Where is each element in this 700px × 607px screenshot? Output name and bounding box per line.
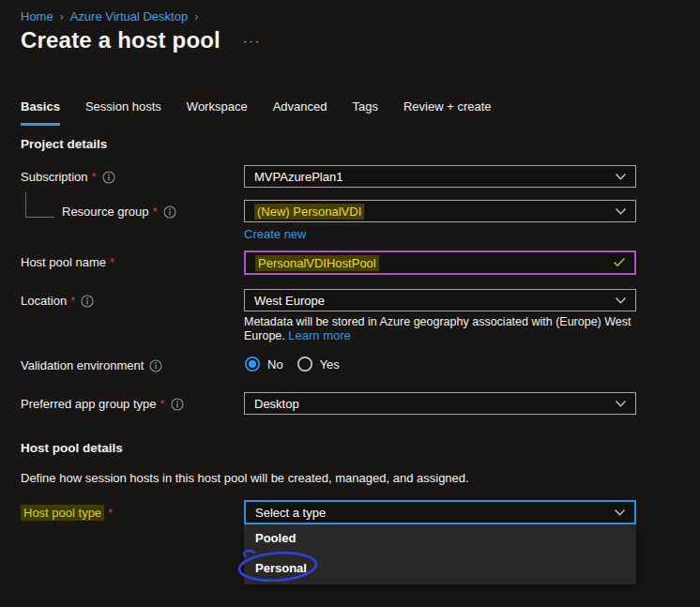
tab-tags[interactable]: Tags bbox=[352, 99, 377, 126]
option-personal-label: Personal bbox=[255, 561, 307, 575]
location-dropdown[interactable]: West Europe bbox=[244, 289, 636, 311]
host-pool-name-value: PersonalVDIHostPool bbox=[255, 255, 379, 271]
required-marker: * bbox=[92, 170, 97, 184]
location-label: Location* bbox=[21, 289, 244, 308]
location-label-text: Location bbox=[21, 294, 67, 308]
info-icon[interactable] bbox=[171, 398, 184, 411]
required-marker: * bbox=[153, 205, 158, 219]
breadcrumb-separator: › bbox=[194, 10, 198, 23]
preferred-app-group-type-dropdown[interactable]: Desktop bbox=[244, 392, 636, 415]
radio-yes[interactable]: Yes bbox=[297, 356, 340, 372]
radio-no-label: No bbox=[267, 357, 283, 372]
connector-line-horizontal bbox=[25, 217, 54, 218]
breadcrumb-home[interactable]: Home bbox=[21, 9, 53, 23]
host-pool-type-label-text: Host pool type bbox=[21, 505, 104, 521]
location-help-text: Metadata will be stored in Azure geograp… bbox=[244, 315, 638, 342]
subscription-label-text: Subscription bbox=[21, 170, 88, 184]
subscription-label: Subscription* bbox=[21, 165, 244, 184]
host-pool-type-placeholder: Select a type bbox=[255, 506, 326, 520]
breadcrumb: Home › Azure Virtual Desktop › bbox=[0, 0, 700, 23]
tab-advanced[interactable]: Advanced bbox=[273, 99, 327, 126]
tab-review-create[interactable]: Review + create bbox=[403, 99, 492, 126]
resource-group-dropdown[interactable]: (New) PersonalVDI bbox=[244, 200, 636, 222]
info-icon[interactable] bbox=[81, 295, 94, 308]
host-pool-name-row: Host pool name* PersonalVDIHostPool bbox=[0, 250, 700, 275]
resource-group-row: Resource group* (New) PersonalVDI bbox=[0, 200, 700, 222]
required-marker: * bbox=[70, 294, 75, 308]
validation-environment-label: Validation environment bbox=[21, 354, 244, 372]
validation-environment-label-text: Validation environment bbox=[21, 358, 144, 372]
host-pool-name-label: Host pool name* bbox=[21, 250, 244, 269]
connector-line-vertical bbox=[25, 192, 26, 218]
more-actions-button[interactable]: ··· bbox=[243, 34, 261, 48]
host-pool-type-dropdown[interactable]: Select a type bbox=[244, 500, 636, 524]
resource-group-value: (New) PersonalVDI bbox=[254, 204, 364, 220]
tab-basics[interactable]: Basics bbox=[21, 99, 60, 126]
host-pool-name-label-text: Host pool name bbox=[21, 255, 106, 269]
required-marker: * bbox=[108, 506, 113, 520]
host-pool-type-options-panel: Pooled Personal bbox=[244, 524, 636, 584]
chevron-down-icon bbox=[614, 506, 626, 520]
option-personal[interactable]: Personal bbox=[244, 554, 636, 584]
radio-unselected-icon bbox=[297, 356, 313, 372]
wizard-tabs: Basics Session hosts Workspace Advanced … bbox=[21, 99, 700, 126]
host-pool-type-row: Host pool type* Select a type bbox=[0, 500, 700, 524]
page-title: Create a host pool bbox=[21, 27, 221, 53]
preferred-app-group-type-label-text: Preferred app group type bbox=[21, 397, 157, 411]
title-row: Create a host pool ··· bbox=[21, 27, 700, 53]
preferred-app-group-type-value: Desktop bbox=[254, 397, 299, 411]
radio-yes-label: Yes bbox=[320, 357, 340, 372]
info-icon[interactable] bbox=[149, 359, 162, 372]
chevron-down-icon bbox=[615, 294, 627, 308]
breadcrumb-azure-virtual-desktop[interactable]: Azure Virtual Desktop bbox=[70, 9, 189, 23]
location-value: West Europe bbox=[254, 294, 325, 308]
radio-selected-icon bbox=[244, 356, 261, 372]
subscription-value: MVPAzurePlan1 bbox=[254, 170, 342, 184]
valid-check-icon bbox=[613, 256, 626, 270]
preferred-app-group-type-row: Preferred app group type* Desktop bbox=[0, 392, 700, 415]
learn-more-link[interactable]: Learn more bbox=[288, 329, 350, 343]
chevron-down-icon bbox=[615, 397, 627, 411]
chevron-down-icon bbox=[615, 205, 627, 219]
chevron-down-icon bbox=[615, 170, 627, 184]
info-icon[interactable] bbox=[163, 205, 176, 219]
project-details-heading: Project details bbox=[21, 137, 700, 152]
validation-environment-radio-group: No Yes bbox=[244, 354, 636, 372]
create-new-link[interactable]: Create new bbox=[244, 227, 306, 241]
host-pool-details-heading: Host pool details bbox=[21, 441, 700, 456]
required-marker: * bbox=[160, 397, 165, 411]
required-marker: * bbox=[110, 255, 114, 269]
option-pooled[interactable]: Pooled bbox=[244, 524, 636, 551]
subscription-row: Subscription* MVPAzurePlan1 bbox=[0, 165, 700, 188]
create-host-pool-page: Home › Azure Virtual Desktop › Create a … bbox=[0, 0, 700, 607]
resource-group-label-text: Resource group bbox=[62, 205, 149, 219]
resource-group-label: Resource group* bbox=[21, 200, 244, 219]
preferred-app-group-type-label: Preferred app group type* bbox=[21, 392, 244, 411]
host-pool-name-input[interactable]: PersonalVDIHostPool bbox=[244, 250, 636, 275]
validation-environment-row: Validation environment No Yes bbox=[0, 354, 700, 372]
breadcrumb-separator: › bbox=[60, 10, 64, 23]
subscription-dropdown[interactable]: MVPAzurePlan1 bbox=[244, 165, 636, 188]
location-row: Location* West Europe Metadata will be s… bbox=[0, 289, 700, 342]
info-icon[interactable] bbox=[102, 171, 115, 184]
radio-no[interactable]: No bbox=[244, 356, 283, 372]
host-pool-details-description: Define how session hosts in this host po… bbox=[21, 471, 700, 485]
tab-workspace[interactable]: Workspace bbox=[187, 99, 248, 126]
host-pool-type-label: Host pool type* bbox=[21, 500, 244, 521]
tab-session-hosts[interactable]: Session hosts bbox=[85, 99, 161, 126]
